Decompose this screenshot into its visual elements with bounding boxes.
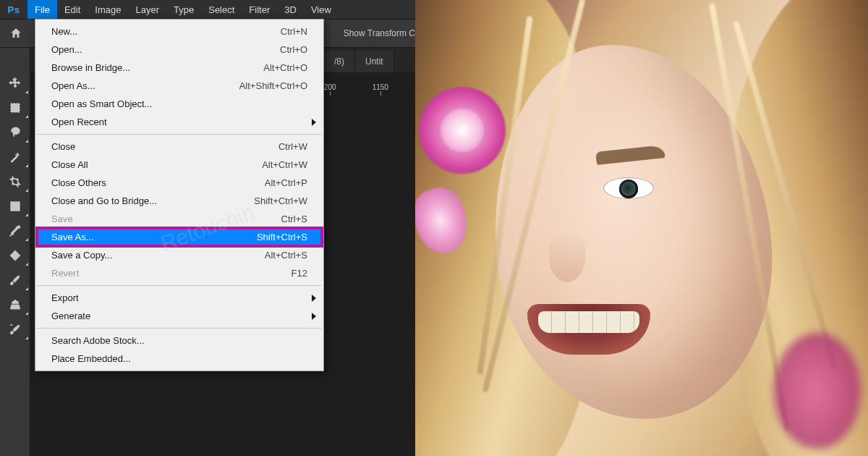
menu-item-label: Close [51,141,278,152]
tool-crop[interactable] [0,169,30,194]
menu-item-generate[interactable]: Generate [35,307,323,325]
ruler: 200 1150 [324,75,388,91]
menu-layer[interactable]: Layer [129,0,167,19]
tools-panel [0,48,30,456]
tool-eyedropper[interactable] [0,219,30,243]
menu-separator [37,285,322,286]
menu-item-label: Open Recent [51,117,307,127]
menu-item-label: Save As... [51,232,257,242]
menu-item-shortcut: Alt+Ctrl+P [265,177,307,188]
result-photo [415,0,868,456]
tool-brush[interactable] [0,268,30,292]
menu-image[interactable]: Image [88,0,128,19]
menu-item-save: SaveCtrl+S [35,210,323,228]
menu-3d[interactable]: 3D [277,0,304,19]
menu-item-shortcut: Ctrl+N [281,26,307,37]
menu-item-save-as[interactable]: Save As...Shift+Ctrl+S [35,228,323,246]
menu-item-label: Revert [51,268,292,279]
menu-item-label: Place Embedded... [51,353,307,364]
menu-item-shortcut: F12 [292,268,307,279]
menu-item-label: Browse in Bridge... [51,62,263,73]
menu-item-new[interactable]: New...Ctrl+N [35,22,323,41]
menu-filter[interactable]: Filter [242,0,277,19]
app-logo: Ps [0,0,27,19]
menu-edit[interactable]: Edit [57,0,88,19]
tool-frame[interactable] [0,194,30,219]
menu-item-shortcut: Ctrl+S [281,214,307,224]
menu-separator [37,328,322,329]
menu-item-label: Close Others [51,177,265,188]
menu-item-save-a-copy[interactable]: Save a Copy...Alt+Ctrl+S [35,246,323,264]
menu-item-search-adobe-stock[interactable]: Search Adobe Stock... [35,332,323,350]
menu-item-shortcut: Alt+Ctrl+W [262,159,307,170]
menu-item-place-embedded[interactable]: Place Embedded... [35,350,323,368]
menu-item-export[interactable]: Export [35,289,323,307]
menu-item-close-and-go-to-bridge[interactable]: Close and Go to Bridge...Shift+Ctrl+W [35,192,323,210]
tool-clone-stamp[interactable] [0,292,30,317]
menu-item-label: Close and Go to Bridge... [51,195,254,206]
tool-history-brush[interactable] [0,317,30,342]
menu-item-label: Save a Copy... [51,250,265,261]
menu-item-shortcut: Shift+Ctrl+W [254,195,307,206]
menu-item-open-as[interactable]: Open As...Alt+Shift+Ctrl+O [35,77,323,95]
menu-item-shortcut: Ctrl+O [280,44,307,55]
menu-item-close-others[interactable]: Close OthersAlt+Ctrl+P [35,174,323,192]
menu-item-close-all[interactable]: Close AllAlt+Ctrl+W [35,156,323,174]
menu-item-browse-in-bridge[interactable]: Browse in Bridge...Alt+Ctrl+O [35,59,323,77]
menu-item-open[interactable]: Open...Ctrl+O [35,41,323,59]
menu-item-label: Close All [51,159,262,170]
menu-item-open-recent[interactable]: Open Recent [35,113,323,131]
document-tab[interactable]: Untit [355,51,394,72]
menu-item-label: Search Adobe Stock... [51,335,307,346]
tool-marquee[interactable] [0,96,30,120]
tool-magic-wand[interactable] [0,145,30,169]
menu-item-revert: RevertF12 [35,264,323,282]
menu-item-shortcut: Shift+Ctrl+S [257,232,307,242]
menu-item-label: Generate [51,311,307,321]
menu-item-shortcut: Ctrl+W [278,141,307,152]
menu-item-shortcut: Alt+Ctrl+O [263,62,307,73]
tool-move[interactable] [0,71,30,96]
menu-view[interactable]: View [304,0,339,19]
menu-separator [37,134,322,135]
menu-item-label: New... [51,26,281,37]
menu-item-open-as-smart-object[interactable]: Open as Smart Object... [35,95,323,113]
option-show-transform[interactable]: Show Transform C [344,28,415,38]
photoshop-ui: Ps FileEditImageLayerTypeSelectFilter3DV… [0,0,415,456]
home-icon[interactable] [6,23,26,43]
menu-select[interactable]: Select [201,0,242,19]
menu-file[interactable]: File [27,0,57,19]
tool-healing-brush[interactable] [0,243,30,268]
menu-item-label: Open... [51,44,280,55]
menu-item-label: Open as Smart Object... [51,98,307,109]
file-menu-dropdown: New...Ctrl+NOpen...Ctrl+OBrowse in Bridg… [35,19,324,371]
menu-item-label: Open As... [51,80,239,91]
menu-item-close[interactable]: CloseCtrl+W [35,138,323,156]
menu-item-label: Save [51,214,281,224]
menu-type[interactable]: Type [166,0,201,19]
menu-item-shortcut: Alt+Ctrl+S [265,250,307,261]
menu-bar: Ps FileEditImageLayerTypeSelectFilter3DV… [0,0,415,19]
tool-lasso[interactable] [0,120,30,145]
menu-item-shortcut: Alt+Shift+Ctrl+O [239,80,307,91]
svg-rect-0 [11,104,20,112]
menu-item-label: Export [51,292,307,303]
document-tab[interactable]: /8) [324,51,355,72]
